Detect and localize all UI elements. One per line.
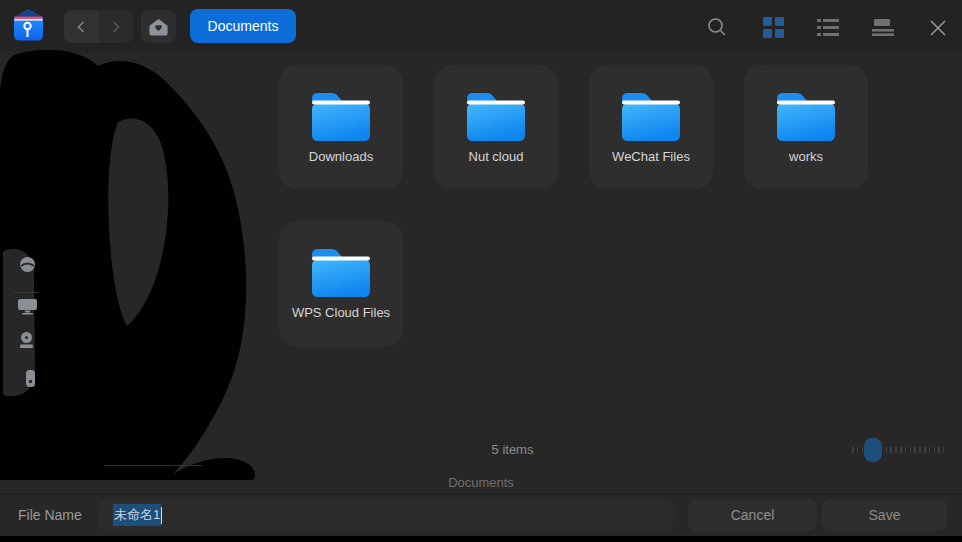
forward-button[interactable] — [99, 10, 134, 43]
chevron-right-icon — [111, 20, 121, 34]
folder-tile-works[interactable]: works — [744, 65, 868, 189]
folder-name: Nut cloud — [444, 149, 548, 165]
search-icon — [706, 16, 728, 38]
sidebar-bottom-line — [104, 465, 202, 466]
folder-name: Downloads — [289, 149, 393, 165]
folder-name: works — [754, 149, 858, 165]
chevron-left-icon — [76, 20, 86, 34]
folder-tile-nut-cloud[interactable]: Nut cloud — [434, 65, 558, 189]
breadcrumb-documents-button[interactable]: Documents — [190, 9, 296, 43]
folder-name: WeChat Files — [599, 149, 703, 165]
grid-view-button[interactable] — [762, 16, 784, 38]
save-button-label: Save — [869, 507, 901, 523]
detail-view-button[interactable] — [872, 16, 894, 38]
disk-icon[interactable] — [19, 332, 35, 349]
folder-tile-wps-cloud-files[interactable]: WPS Cloud Files — [279, 221, 403, 347]
list-view-icon — [817, 19, 839, 36]
text-caret — [161, 507, 162, 524]
file-name-selected-text: 未命名1 — [113, 504, 161, 526]
home-icon — [148, 17, 169, 37]
grid-view-icon — [763, 17, 784, 38]
cancel-button-label: Cancel — [731, 507, 775, 523]
folder-icon — [619, 89, 683, 143]
folder-icon — [774, 89, 838, 143]
current-path-label: Documents — [381, 475, 581, 490]
history-nav-group — [64, 10, 133, 43]
folder-tile-downloads[interactable]: Downloads — [279, 65, 403, 189]
sidebar-separator — [14, 292, 38, 293]
icon-size-slider[interactable] — [852, 438, 944, 462]
folder-tile-wechat-files[interactable]: WeChat Files — [589, 65, 713, 189]
home-button[interactable] — [141, 10, 176, 43]
footer-separator — [0, 494, 962, 495]
cancel-button[interactable]: Cancel — [688, 499, 817, 531]
disc-icon[interactable] — [19, 256, 36, 273]
items-count: 5 items — [460, 442, 565, 457]
drive-icon[interactable] — [26, 370, 35, 387]
file-name-input[interactable]: 未命名1 — [98, 499, 673, 531]
file-manager-app-icon[interactable] — [10, 7, 47, 44]
titlebar: Documents — [0, 0, 962, 52]
list-view-button[interactable] — [817, 16, 839, 38]
search-button[interactable] — [706, 16, 728, 38]
computer-icon[interactable] — [18, 299, 37, 315]
folder-icon — [464, 89, 528, 143]
folder-name: WPS Cloud Files — [289, 305, 393, 321]
back-button[interactable] — [64, 10, 99, 43]
slider-thumb[interactable] — [864, 438, 882, 462]
file-name-label: File Name — [18, 507, 82, 523]
black-scribble-redaction — [0, 50, 262, 486]
detail-view-icon — [872, 19, 894, 36]
save-file-dialog-window: Documents — [0, 0, 962, 536]
breadcrumb-label: Documents — [208, 18, 279, 34]
folder-icon — [309, 245, 373, 299]
close-window-button[interactable] — [927, 17, 949, 39]
folder-icon — [309, 89, 373, 143]
save-button[interactable]: Save — [822, 499, 947, 531]
close-icon — [929, 19, 947, 37]
